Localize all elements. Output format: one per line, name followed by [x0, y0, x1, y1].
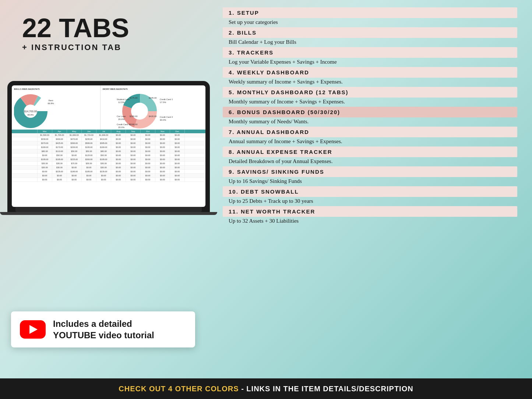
table-cell: $0.00 [111, 153, 126, 157]
table-cell: $0.00 [170, 170, 185, 173]
table-cell: $0.00 [141, 166, 155, 169]
youtube-line1: Includes a detailed [53, 319, 132, 329]
laptop-screen: BILLS BREAKDOWN $14,700.00 66.8% Rent 66… [12, 85, 205, 207]
table-cell: $1,500.00 [38, 133, 52, 137]
svg-text:$420.00: $420.00 [149, 115, 157, 117]
table-cell: $0.00 [141, 141, 155, 145]
bottom-bar-text: CHECK OUT 4 OTHER COLORS - LINKS IN THE … [119, 385, 413, 393]
row-label [12, 133, 38, 137]
table-row: $0.00$0.00$0.00$0.00$0.00$0.00$0.00$0.00… [12, 174, 205, 178]
table-cell: $0.00 [38, 178, 52, 181]
table-cell: $330.00 [38, 137, 52, 141]
charts-row: BILLS BREAKDOWN $14,700.00 66.8% Rent 66… [12, 85, 205, 130]
bills-chart: $14,700.00 66.8% Rent 66.8% [14, 92, 58, 129]
svg-text:66.8%: 66.8% [47, 102, 54, 105]
row-label [12, 174, 38, 177]
table-row: $30.00$30.00$70.00$30.00$30.00$0.00$0.00… [12, 162, 205, 166]
table-cell: $1,606.00 [96, 133, 111, 137]
table-cell: $1,705.00 [52, 133, 67, 137]
table-cell: $0.00 [126, 162, 141, 165]
right-panel: 1. SETUPSet up your categories 2. BILLSB… [215, 0, 532, 378]
header-jun: Jun [82, 130, 96, 133]
table-cell: $0.00 [67, 178, 82, 181]
table-cell: $185.00 [82, 170, 96, 173]
header-apr: Apr [52, 130, 67, 133]
svg-text:Credit Card 3: Credit Card 3 [117, 123, 130, 126]
svg-text:Rent: Rent [49, 99, 53, 102]
tab-desc: Up to 25 Debts + Track up to 30 years [223, 197, 517, 205]
table-cell: $0.00 [111, 137, 126, 141]
table-row: $0.00$235.00$180.00$185.00$235.00$0.00$0… [12, 170, 205, 174]
table-cell: $0.00 [82, 178, 96, 181]
tabs-list: 1. SETUPSet up your categories 2. BILLSB… [223, 7, 517, 226]
svg-text:$14,700.00: $14,700.00 [24, 110, 37, 113]
table-cell: $0.00 [38, 153, 52, 157]
table-cell: $180.00 [96, 145, 111, 149]
table-cell: $0.00 [126, 174, 141, 177]
tab-desc: Up to 16 Savings/ Sinking Funds [223, 177, 517, 186]
table-cell: $0.00 [141, 162, 155, 165]
table-cell: $195.00 [52, 158, 67, 161]
youtube-icon [20, 320, 46, 339]
table-cell: $370.00 [38, 141, 52, 145]
table-cell: $0.00 [155, 170, 170, 173]
table-cell: $0.00 [155, 145, 170, 149]
table-row: $180.00$170.00$200.00$195.00$180.00$0.00… [12, 145, 205, 149]
svg-text:Student Loan: Student Loan [117, 98, 130, 100]
table-cell: $180.00 [67, 170, 82, 173]
youtube-banner: Includes a detailed YOUTUBE video tutori… [11, 311, 195, 347]
tab-item: 10. DEBT SNOWBALLUp to 25 Debts + Track … [223, 186, 517, 205]
svg-text:20.0%: 20.0% [118, 118, 125, 120]
tab-label: 11. NET WORTH TRACKER [223, 206, 517, 217]
tab-desc: Detailed Breakdown of your Annual Expens… [223, 157, 517, 166]
youtube-text: Includes a detailed YOUTUBE video tutori… [53, 318, 154, 341]
table-row: $195.00$195.00$225.00$300.00$195.00$0.00… [12, 158, 205, 162]
tab-desc: Weekly summary of Income + Savings + Exp… [223, 78, 517, 86]
debt-chart: Credit Card 1 17.5% Credit Card 2 30.0% … [103, 92, 176, 129]
svg-text:$290.00: $290.00 [130, 123, 138, 126]
table-cell: $0.00 [126, 145, 141, 149]
table-cell: $0.00 [126, 158, 141, 161]
row-label [12, 145, 38, 149]
header-empty [12, 130, 38, 133]
svg-text:$175.00: $175.00 [130, 97, 138, 99]
table-cell: $195.00 [82, 145, 96, 149]
debt-breakdown: DEBT BREAKDOWN Credit Card 1 17.5% Credi… [101, 85, 205, 130]
table-cell: $295.00 [82, 137, 96, 141]
table-cell: $0.00 [170, 166, 185, 169]
row-label [12, 170, 38, 173]
tab-desc: Monthly summary of Income + Savings + Ex… [223, 98, 517, 106]
table-cell: $410.00 [96, 137, 111, 141]
table-cell: $0.00 [111, 133, 126, 137]
table-row: $0.00$0.00$0.00$0.00$0.00$0.00$0.00$0.00… [12, 178, 205, 182]
table-cell: $120.00 [82, 153, 96, 157]
header-sep: Sep [126, 130, 141, 133]
table-cell: $0.00 [111, 158, 126, 161]
table-cell: $235.00 [52, 170, 67, 173]
row-label [12, 137, 38, 141]
tab-item: 11. NET WORTH TRACKERUp to 32 Assets + 3… [223, 206, 517, 225]
row-label [12, 141, 38, 145]
table-cell: $0.00 [96, 178, 111, 181]
table-cell: $0.00 [155, 149, 170, 153]
table-cell: $110.00 [52, 149, 67, 153]
tab-desc: Monthly summary of Needs/ Wants. [223, 117, 517, 126]
header-nov: Nov [155, 130, 170, 133]
table-cell: $30.00 [96, 166, 111, 169]
table-cell: $0.00 [170, 149, 185, 153]
bills-title: BILLS BREAKDOWN [14, 88, 98, 91]
laptop-mockup: BILLS BREAKDOWN $14,700.00 66.8% Rent 66… [0, 81, 217, 215]
header-mar: Mar [38, 130, 52, 133]
table-cell: $0.00 [155, 153, 170, 157]
table-cell: $0.00 [126, 170, 141, 173]
table-cell: $425.00 [52, 141, 67, 145]
bottom-bar: CHECK OUT 4 OTHER COLORS - LINKS IN THE … [0, 378, 532, 399]
table-cell: $0.00 [155, 174, 170, 177]
table-cell: $0.00 [141, 145, 155, 149]
table-cell: $0.00 [155, 141, 170, 145]
table-cell: $0.00 [126, 141, 141, 145]
table-cell: $195.00 [96, 158, 111, 161]
svg-text:17.5%: 17.5% [160, 101, 166, 103]
table-cell: $0.00 [111, 174, 126, 177]
tab-item: 1. SETUPSet up your categories [223, 7, 517, 27]
